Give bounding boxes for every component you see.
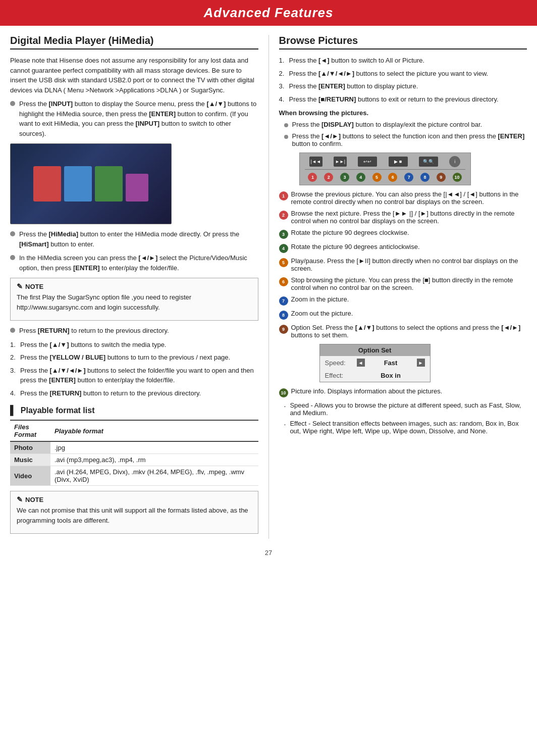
cnum-2: 2 bbox=[279, 211, 288, 220]
cnum-item-5: 5 Play/pause. Press the [►II] button dir… bbox=[279, 257, 527, 272]
ctrl-num-2: 2 bbox=[324, 173, 333, 182]
browse-num-list: 1. Press the [◄] button to switch to All… bbox=[279, 56, 527, 104]
speed-right-arrow[interactable]: ► bbox=[417, 359, 425, 367]
cnum-5: 5 bbox=[279, 258, 288, 267]
intro-text: Please note that Hisense does not assume… bbox=[10, 56, 258, 95]
dot-text-2: Press the [◄/►] buttons to select the fu… bbox=[292, 132, 527, 147]
ctrl-numbers-row: 1 2 3 4 5 6 7 8 9 10 bbox=[305, 173, 465, 182]
cnum-text-4: Rotate the picture 90 degrees anticlockw… bbox=[291, 243, 420, 250]
bullet-text-1: Press the [INPUT] button to display the … bbox=[19, 99, 258, 138]
bullet-circle-3 bbox=[10, 255, 15, 260]
table-row-music: Music .avi (mp3,mpeg,ac3), .mp4, .rm bbox=[10, 454, 258, 466]
option-set-effect-value: Box in bbox=[357, 372, 425, 379]
mdot-1: · bbox=[284, 402, 286, 410]
cnum-text-2: Browse the next picture. Press the [►► |… bbox=[291, 210, 527, 225]
ctrl-num-8: 8 bbox=[420, 173, 429, 182]
cnum-7: 7 bbox=[279, 296, 288, 306]
mdot-2: · bbox=[284, 420, 286, 428]
bullet-circle-4 bbox=[10, 328, 15, 333]
cnum-item-2: 2 Browse the next picture. Press the [►►… bbox=[279, 210, 527, 225]
note-box-2: ✎ NOTE We can not promise that this unit… bbox=[10, 491, 258, 534]
bullet-item-1: Press the [INPUT] button to display the … bbox=[10, 99, 258, 138]
mdot-bullet-1: · Speed - Allows you to browse the pictu… bbox=[279, 401, 527, 417]
mdot-text-2: Effect - Select transition effects betwe… bbox=[290, 420, 527, 435]
cnum-item-3: 3 Rotate the picture 90 degrees clockwis… bbox=[279, 229, 527, 239]
mdot-text-1: Speed - Allows you to browse the picture… bbox=[290, 401, 527, 417]
dot-1 bbox=[284, 123, 288, 127]
cnum-text-10: Picture info. Displays information about… bbox=[291, 387, 443, 395]
cnum-text-3: Rotate the picture 90 degrees clockwise. bbox=[291, 229, 409, 236]
table-header-playable: Playable format bbox=[50, 420, 258, 441]
bullet-circle-2 bbox=[10, 231, 15, 236]
option-set-title: Option Set bbox=[320, 344, 430, 356]
thumb-1 bbox=[33, 166, 61, 201]
cnum-4: 4 bbox=[279, 244, 288, 253]
main-content: Digital Media Player (HiMedia) Please no… bbox=[0, 35, 537, 539]
cnum-6: 6 bbox=[279, 277, 288, 286]
ctrl-num-6: 6 bbox=[388, 173, 397, 182]
right-column: Browse Pictures 1. Press the [◄] button … bbox=[269, 35, 527, 539]
table-cell-photo-name: Photo bbox=[10, 441, 50, 454]
ctrl-zoom: 🔍🔍 bbox=[419, 157, 438, 167]
ctrl-num-10: 10 bbox=[453, 173, 462, 182]
cnum-text-1: Browse the previous picture. You can als… bbox=[291, 190, 527, 206]
dot-bullet-2: Press the [◄/►] buttons to select the fu… bbox=[279, 132, 527, 147]
cnum-text-9: Option Set. Press the [▲/▼] buttons to s… bbox=[291, 324, 527, 339]
thumb-3 bbox=[95, 166, 123, 201]
page-title: Advanced Features bbox=[0, 5, 537, 21]
num-list-item-3: 3. Press the [▲/▼/◄/►] buttons to select… bbox=[10, 366, 258, 385]
ctrl-next-next: ►►| bbox=[334, 157, 347, 167]
cnum-10: 10 bbox=[279, 388, 288, 397]
cnum-item-8: 8 Zoom out the picture. bbox=[279, 310, 527, 320]
ctrl-num-1: 1 bbox=[308, 173, 317, 182]
option-set-effect-label: Effect: bbox=[325, 372, 353, 379]
left-column: Digital Media Player (HiMedia) Please no… bbox=[10, 35, 269, 539]
table-cell-music-name: Music bbox=[10, 454, 50, 466]
page-header: Advanced Features bbox=[0, 0, 537, 26]
cnum-3: 3 bbox=[279, 230, 288, 239]
table-cell-video-format: .avi (H.264, MPEG, Divx), .mkv (H.264, M… bbox=[50, 466, 258, 486]
cnum-8: 8 bbox=[279, 311, 288, 320]
bullet-text-4: Press [RETURN] to return to the previous… bbox=[19, 326, 258, 336]
bullet-item-2: Press the [HiMedia] button to enter the … bbox=[10, 229, 258, 249]
bullet-circle-1 bbox=[10, 101, 15, 106]
browse-num-2: 2. Press the [▲/▼/◄/►] buttons to select… bbox=[279, 69, 527, 79]
cnum-item-4: 4 Rotate the picture 90 degrees anticloc… bbox=[279, 243, 527, 253]
mdot-bullet-2: · Effect - Select transition effects bet… bbox=[279, 420, 527, 435]
dot-bullet-1: Press the [DISPLAY] button to display/ex… bbox=[279, 121, 527, 128]
ctrl-repeat: ↩↩ bbox=[358, 157, 377, 167]
left-section-title: Digital Media Player (HiMedia) bbox=[10, 35, 258, 49]
option-set-speed-label: Speed: bbox=[325, 359, 353, 367]
num-list-item-2: 2. Press the [YELLOW / BLUE] buttons to … bbox=[10, 352, 258, 363]
num-list-item-4: 4. Press the [RETURN] button to return t… bbox=[10, 388, 258, 398]
cnum-text-8: Zoom out the picture. bbox=[291, 310, 353, 317]
ctrl-num-3: 3 bbox=[340, 173, 349, 182]
ctrl-num-7: 7 bbox=[404, 173, 413, 182]
table-header-format: Files Format bbox=[10, 420, 50, 441]
table-row-photo: Photo .jpg bbox=[10, 441, 258, 454]
browse-num-3: 3. Press the [ENTER] button to display p… bbox=[279, 81, 527, 91]
himedia-screenshot bbox=[10, 143, 172, 224]
ctrl-num-4: 4 bbox=[356, 173, 365, 182]
cnum-1: 1 bbox=[279, 191, 288, 200]
cnum-text-5: Play/pause. Press the [►II] button direc… bbox=[291, 257, 527, 272]
cnum-item-10: 10 Picture info. Displays information ab… bbox=[279, 387, 527, 397]
ctrl-prev-prev: |◄◄ bbox=[309, 157, 323, 167]
table-cell-music-format: .avi (mp3,mpeg,ac3), .mp4, .rm bbox=[50, 454, 258, 466]
control-icons-row: |◄◄ ►►| ↩↩ ▶ ■ 🔍🔍 i bbox=[305, 156, 465, 167]
speed-left-arrow[interactable]: ◄ bbox=[357, 359, 365, 367]
format-icon: ▌ bbox=[10, 405, 17, 416]
dot-text-1: Press the [DISPLAY] button to display/ex… bbox=[292, 121, 482, 128]
ctrl-info: i bbox=[449, 156, 460, 167]
num-list: 1. Press the [▲/▼] buttons to switch the… bbox=[10, 340, 258, 398]
pencil-icon-1: ✎ bbox=[17, 282, 23, 290]
cnum-item-6: 6 Stop browsing the picture. You can pre… bbox=[279, 276, 527, 291]
dot-2 bbox=[284, 135, 288, 139]
table-row-video: Video .avi (H.264, MPEG, Divx), .mkv (H.… bbox=[10, 466, 258, 486]
thumb-4 bbox=[126, 174, 148, 201]
option-set-speed-row: Speed: ◄ Fast ► bbox=[320, 356, 430, 369]
cnum-item-7: 7 Zoom in the picture. bbox=[279, 295, 527, 306]
table-cell-photo-format: .jpg bbox=[50, 441, 258, 454]
num-list-item-1: 1. Press the [▲/▼] buttons to switch the… bbox=[10, 340, 258, 350]
browse-num-1: 1. Press the [◄] button to switch to All… bbox=[279, 56, 527, 66]
